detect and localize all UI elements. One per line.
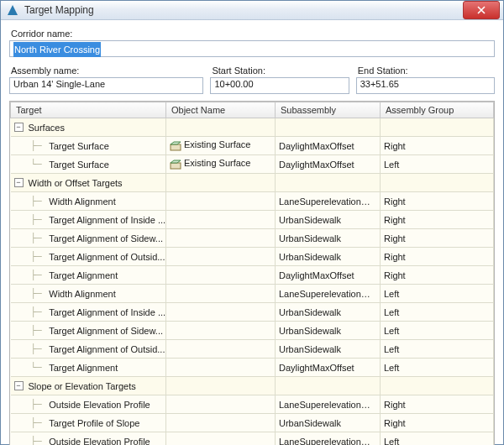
cell-object[interactable] [166, 377, 276, 395]
col-header-target[interactable]: Target [11, 102, 166, 118]
target-mapping-grid[interactable]: Target Object Name Subassembly Assembly … [9, 101, 495, 445]
target-label: Width Alignment [49, 289, 115, 299]
target-label: Target Profile of Slope [49, 418, 139, 428]
cell-object[interactable] [166, 211, 276, 229]
table-row[interactable]: └─ Target SurfaceExisting SurfaceDayligh… [11, 155, 494, 174]
cell-assembly-group: Left [381, 340, 494, 359]
cell-object[interactable] [166, 229, 276, 248]
table-row[interactable]: ├─ Target Profile of SlopeUrbanSidewalkR… [11, 414, 494, 432]
table-row[interactable]: ├─ Width AlignmentLaneSuperelevationAORL… [11, 285, 494, 303]
cell-assembly-group: Left [381, 432, 494, 446]
end-station-input[interactable]: 33+51.65 [356, 77, 495, 94]
cell-subassembly: DaylightMaxOffset [276, 155, 381, 174]
cell-object[interactable] [166, 285, 276, 303]
group-label: Width or Offset Targets [29, 178, 123, 188]
target-label: Width Alignment [49, 196, 115, 207]
cell-assembly-group: Right [381, 266, 494, 285]
collapse-icon[interactable]: − [14, 381, 24, 390]
cell-subassembly: UrbanSidewalk [276, 414, 381, 432]
target-label: Target Alignment of Outsid... [49, 344, 165, 354]
surface-icon [170, 140, 181, 152]
collapse-icon[interactable]: − [14, 178, 24, 187]
table-row[interactable]: ├─ Target Alignment of Outsid...UrbanSid… [11, 248, 494, 266]
cell-subassembly: DaylightMaxOffset [276, 359, 381, 377]
cell-assembly-group: Right [381, 211, 494, 229]
cell-object[interactable]: Existing Surface [166, 137, 276, 155]
cell-object[interactable] [166, 174, 276, 192]
svg-marker-0 [8, 5, 18, 15]
cell-object[interactable] [166, 414, 276, 432]
target-label: Target Alignment of Sidew... [49, 326, 163, 336]
titlebar: Target Mapping [1, 1, 503, 20]
table-row[interactable]: └─ Target AlignmentDaylightMaxOffsetLeft [11, 359, 494, 377]
cell-subassembly: UrbanSidewalk [276, 229, 381, 248]
collapse-icon[interactable]: − [14, 123, 24, 132]
cell-object[interactable] [166, 340, 276, 359]
close-icon [477, 6, 486, 14]
cell-assembly-group: Left [381, 285, 494, 303]
cell-object[interactable] [166, 192, 276, 211]
target-label: Target Alignment [49, 270, 118, 280]
start-station-input[interactable]: 10+00.00 [210, 77, 349, 94]
cell-subassembly: DaylightMaxOffset [276, 137, 381, 155]
table-row[interactable]: ├─ Target Alignment of Sidew...UrbanSide… [11, 322, 494, 340]
start-station-label: Start Station: [212, 65, 349, 76]
cell-assembly-group: Right [381, 137, 494, 155]
table-row[interactable]: ├─ Outside Elevation ProfileLaneSuperele… [11, 395, 494, 414]
cell-assembly-group: Left [381, 322, 494, 340]
cell-object[interactable] [166, 322, 276, 340]
cell-object[interactable] [166, 118, 276, 137]
cell-subassembly: UrbanSidewalk [276, 248, 381, 266]
surface-icon [170, 159, 181, 170]
table-row[interactable]: ├─ Target AlignmentDaylightMaxOffsetRigh… [11, 266, 494, 285]
group-row[interactable]: −Slope or Elevation Targets [11, 377, 494, 395]
table-row[interactable]: ├─ Target Alignment of Inside ...UrbanSi… [11, 303, 494, 322]
window-title: Target Mapping [24, 4, 463, 16]
cell-object[interactable]: Existing Surface [166, 155, 276, 174]
cell-object[interactable] [166, 359, 276, 377]
cell-subassembly: DaylightMaxOffset [276, 266, 381, 285]
table-row[interactable]: ├─ Width AlignmentLaneSuperelevationAORR… [11, 192, 494, 211]
table-row[interactable]: ├─ Target Alignment of Outsid...UrbanSid… [11, 340, 494, 359]
assembly-name-label: Assembly name: [11, 65, 203, 76]
target-label: Target Alignment of Sidew... [49, 233, 163, 243]
col-header-object[interactable]: Object Name [166, 102, 276, 118]
target-label: Target Surface [49, 141, 109, 151]
cell-subassembly: LaneSuperelevationAOR [276, 432, 381, 446]
col-header-assembly-group[interactable]: Assembly Group [381, 102, 494, 118]
cell-subassembly: UrbanSidewalk [276, 303, 381, 322]
cell-object[interactable] [166, 266, 276, 285]
group-row[interactable]: −Surfaces [11, 118, 494, 137]
cell-subassembly: LaneSuperelevationAOR [276, 285, 381, 303]
cell-subassembly: UrbanSidewalk [276, 211, 381, 229]
target-label: Target Alignment of Outsid... [49, 252, 165, 262]
cell-object[interactable] [166, 395, 276, 414]
cell-subassembly: LaneSuperelevationAOR [276, 395, 381, 414]
corridor-name-input[interactable]: North River Crossing [9, 40, 495, 57]
col-header-subassembly[interactable]: Subassembly [276, 102, 381, 118]
group-row[interactable]: −Width or Offset Targets [11, 174, 494, 192]
cell-object[interactable] [166, 303, 276, 322]
target-label: Target Alignment [49, 363, 118, 373]
assembly-name-input[interactable]: Urban 14' Single-Lane [9, 77, 203, 94]
cell-object[interactable] [166, 432, 276, 446]
cell-assembly-group: Left [381, 155, 494, 174]
table-row[interactable]: ├─ Target Alignment of Inside ...UrbanSi… [11, 211, 494, 229]
corridor-name-value: North River Crossing [13, 42, 101, 57]
table-row[interactable]: ├─ Target SurfaceExisting SurfaceDayligh… [11, 137, 494, 155]
target-label: Target Alignment of Inside ... [49, 307, 165, 317]
cell-assembly-group: Right [381, 395, 494, 414]
app-icon [6, 3, 19, 17]
end-station-label: End Station: [358, 65, 495, 76]
svg-rect-1 [171, 144, 181, 150]
table-row[interactable]: ├─ Target Alignment of Sidew...UrbanSide… [11, 229, 494, 248]
cell-subassembly: UrbanSidewalk [276, 322, 381, 340]
cell-subassembly: LaneSuperelevationAOR [276, 192, 381, 211]
cell-assembly-group: Left [381, 303, 494, 322]
table-row[interactable]: ├─ Outside Elevation ProfileLaneSuperele… [11, 432, 494, 446]
cell-object[interactable] [166, 248, 276, 266]
group-label: Surfaces [29, 123, 65, 133]
cell-subassembly: UrbanSidewalk [276, 340, 381, 359]
close-button[interactable] [463, 1, 500, 19]
target-label: Outside Elevation Profile [49, 437, 150, 446]
